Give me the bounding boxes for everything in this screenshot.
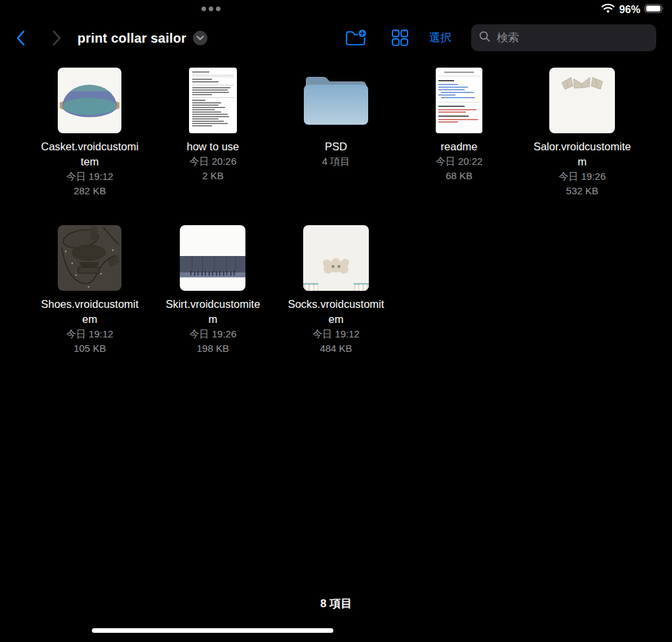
folder-icon: [303, 75, 369, 126]
casket-thumbnail[interactable]: [58, 68, 121, 133]
file-date: 今日 20:22: [436, 154, 483, 169]
file-date: 今日 19:12: [66, 169, 114, 184]
file-date: 今日 20:26: [190, 154, 237, 169]
readme-doc-thumbnail[interactable]: [436, 68, 482, 133]
text-doc-art: [189, 68, 237, 133]
chevron-left-icon: [16, 30, 25, 46]
file-date: 4 項目: [322, 154, 350, 169]
salor-art: [549, 68, 615, 133]
file-item-casket[interactable]: Casket.vroidcustomitem 今日 19:12 282 KB: [28, 68, 152, 225]
back-button[interactable]: [16, 30, 25, 46]
skirt-art: [180, 225, 245, 291]
item-count: 8 項目: [0, 596, 672, 611]
nav-right-group: 選択: [345, 24, 656, 51]
search-field[interactable]: [471, 24, 656, 51]
search-input[interactable]: [495, 31, 648, 45]
wifi-icon: [601, 3, 615, 16]
grid-view-icon: [392, 30, 408, 46]
ellipsis-dot-icon: [216, 7, 220, 11]
battery-icon: [644, 4, 664, 16]
file-item-skirt[interactable]: Skirt.vroidcustomitem 今日 19:26 198 KB: [152, 225, 275, 383]
casket-art: [58, 68, 121, 133]
chevron-right-icon: [52, 30, 62, 46]
select-button[interactable]: 選択: [429, 30, 452, 45]
battery-percent: 96%: [619, 4, 640, 16]
file-date: 今日 19:12: [66, 327, 114, 341]
status-bar-right: 96%: [601, 3, 664, 16]
file-item-salor[interactable]: Salor.vroidcustomitem 今日 19:26 532 KB: [520, 68, 644, 225]
shoes-art: [58, 225, 121, 291]
file-item-shoes[interactable]: Shoes.vroidcustomitem 今日 19:12 105 KB: [28, 225, 152, 383]
file-date: 今日 19:26: [558, 169, 606, 184]
file-item-folder[interactable]: PSD 4 項目: [274, 68, 398, 225]
file-size: 2 KB: [202, 169, 224, 183]
file-name: Casket.vroidcustomitem: [40, 139, 140, 169]
file-size: 198 KB: [197, 341, 229, 356]
new-folder-icon: [345, 29, 367, 47]
file-name: Salor.vroidcustomitem: [532, 139, 632, 169]
multitask-indicator[interactable]: [201, 7, 220, 11]
title-menu-button[interactable]: [193, 31, 207, 45]
file-name: readme: [441, 139, 478, 154]
file-date: 今日 19:26: [190, 327, 237, 341]
folder-title: print collar sailor: [77, 31, 186, 46]
readme-doc-art: [436, 68, 482, 133]
socks-thumbnail[interactable]: [303, 225, 369, 291]
folder-thumbnail[interactable]: [303, 68, 369, 133]
file-name: PSD: [325, 139, 347, 154]
file-size: 484 KB: [320, 341, 352, 356]
file-item-readme-doc[interactable]: readme 今日 20:22 68 KB: [398, 68, 521, 225]
nav-left-group: print collar sailor: [16, 28, 207, 48]
skirt-thumbnail[interactable]: [180, 225, 245, 291]
ellipsis-dot-icon: [209, 7, 213, 11]
socks-art: [303, 225, 369, 291]
shoes-thumbnail[interactable]: [58, 225, 121, 291]
file-name: Skirt.vroidcustomitem: [163, 297, 262, 327]
home-indicator[interactable]: [92, 628, 333, 633]
new-folder-button[interactable]: [345, 29, 367, 47]
search-icon: [479, 31, 490, 45]
forward-button[interactable]: [52, 30, 62, 46]
text-doc-thumbnail[interactable]: [189, 68, 237, 133]
chevron-down-icon: [196, 35, 204, 41]
file-name: how to use: [186, 139, 239, 154]
file-item-text-doc[interactable]: how to use 今日 20:26 2 KB: [152, 68, 275, 225]
file-name: Shoes.vroidcustomitem: [40, 297, 140, 327]
view-toggle-button[interactable]: [392, 30, 408, 46]
salor-thumbnail[interactable]: [549, 68, 615, 133]
file-size: 532 KB: [566, 184, 598, 198]
file-item-socks[interactable]: Socks.vroidcustomitem 今日 19:12 484 KB: [274, 225, 398, 383]
ellipsis-dot-icon: [201, 7, 206, 11]
file-size: 282 KB: [74, 184, 106, 198]
file-date: 今日 19:12: [312, 327, 360, 341]
file-grid: Casket.vroidcustomitem 今日 19:12 282 KB: [28, 68, 644, 383]
file-size: 105 KB: [74, 341, 106, 356]
file-size: 68 KB: [446, 169, 472, 183]
file-name: Socks.vroidcustomitem: [286, 297, 386, 327]
